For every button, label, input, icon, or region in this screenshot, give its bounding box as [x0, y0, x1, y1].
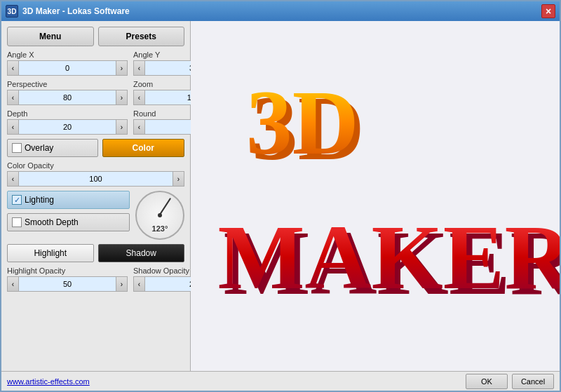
bottom-bar: www.artistic-effects.com OK Cancel	[1, 371, 560, 391]
color-opacity-decrement[interactable]: ‹	[8, 172, 19, 186]
svg-text:MAKER: MAKER	[217, 206, 560, 308]
overlay-color-row: Overlay Color	[7, 139, 184, 157]
perspective-decrement[interactable]: ‹	[8, 90, 19, 104]
depth-increment[interactable]: ›	[116, 120, 127, 134]
color-opacity-input[interactable]	[19, 172, 173, 186]
color-opacity-label: Color Opacity	[7, 161, 184, 170]
cancel-button[interactable]: Cancel	[512, 374, 554, 389]
highlight-opacity-spinner: ‹ ›	[7, 276, 128, 292]
angle-x-group: Angle X ‹ ›	[7, 50, 128, 76]
angle-row: Angle X ‹ › Angle Y ‹ ›	[7, 50, 184, 76]
depth-label: Depth	[7, 109, 128, 118]
overlay-toggle[interactable]: Overlay	[7, 139, 98, 157]
perspective-input[interactable]	[19, 90, 116, 104]
left-panel: Menu Presets Angle X ‹ › Angle Y ‹	[1, 21, 191, 371]
close-button[interactable]: ×	[541, 4, 555, 18]
window-title: 3D Maker - Lokas Software	[22, 6, 541, 16]
highlight-opacity-input[interactable]	[19, 277, 116, 291]
depth-spinner: ‹ ›	[7, 119, 128, 135]
angle-dial[interactable]: 123°	[135, 191, 184, 240]
perspective-zoom-row: Perspective ‹ › Zoom ‹ ›	[7, 80, 184, 105]
color-opacity-increment[interactable]: ›	[173, 172, 184, 186]
angle-x-increment[interactable]: ›	[116, 61, 127, 75]
perspective-spinner: ‹ ›	[7, 90, 128, 105]
lighting-row: ✓ Lighting Smooth Depth 123°	[7, 191, 184, 240]
color-opacity-group: Color Opacity ‹ ›	[7, 161, 184, 187]
bottom-buttons: OK Cancel	[466, 374, 554, 389]
highlight-opacity-increment[interactable]: ›	[116, 277, 127, 291]
perspective-increment[interactable]: ›	[116, 90, 127, 104]
overlay-checkbox	[12, 143, 22, 153]
lighting-checkbox: ✓	[12, 195, 22, 205]
menu-button[interactable]: Menu	[7, 27, 94, 46]
smooth-depth-toggle[interactable]: Smooth Depth	[7, 213, 130, 231]
lighting-left: ✓ Lighting Smooth Depth	[7, 191, 130, 231]
round-decrement[interactable]: ‹	[134, 120, 145, 134]
highlight-opacity-decrement[interactable]: ‹	[8, 277, 19, 291]
highlight-opacity-label: Highlight Opacity	[7, 266, 128, 275]
perspective-group: Perspective ‹ ›	[7, 80, 128, 105]
angle-x-decrement[interactable]: ‹	[8, 61, 19, 75]
angle-x-spinner: ‹ ›	[7, 60, 128, 76]
lighting-toggle[interactable]: ✓ Lighting	[7, 191, 130, 209]
angle-y-decrement[interactable]: ‹	[134, 61, 145, 75]
depth-group: Depth ‹ ›	[7, 109, 128, 135]
color-button[interactable]: Color	[102, 139, 185, 157]
color-opacity-spinner: ‹ ›	[7, 171, 184, 187]
highlight-button[interactable]: Highlight	[7, 244, 94, 262]
preview-svg: 3D 3D MAKER MAKER	[191, 21, 560, 371]
dial-center	[158, 213, 162, 217]
preview-panel: 3D 3D MAKER MAKER	[191, 21, 560, 371]
shadow-button[interactable]: Shadow	[98, 244, 185, 262]
highlight-shadow-row: Highlight Shadow	[7, 244, 184, 262]
smooth-depth-label: Smooth Depth	[25, 217, 79, 227]
smooth-depth-checkbox	[12, 217, 22, 227]
app-icon: 3D	[6, 5, 18, 18]
shadow-opacity-decrement[interactable]: ‹	[134, 277, 145, 291]
angle-x-input[interactable]	[19, 61, 116, 75]
preview-area: 3D 3D MAKER MAKER	[191, 21, 560, 371]
depth-round-row: Depth ‹ › Round ‹ ›	[7, 109, 184, 135]
depth-input[interactable]	[19, 120, 116, 134]
titlebar: 3D 3D Maker - Lokas Software ×	[1, 1, 560, 21]
dial-indicator	[159, 198, 171, 215]
lighting-label: Lighting	[25, 195, 54, 205]
main-content: Menu Presets Angle X ‹ › Angle Y ‹	[1, 21, 560, 371]
svg-text:3D: 3D	[246, 72, 359, 173]
hl-shadow-opacity-row: Highlight Opacity ‹ › Shadow Opacity ‹ ›	[7, 266, 184, 292]
ok-button[interactable]: OK	[466, 374, 508, 389]
main-window: 3D 3D Maker - Lokas Software × Menu Pres…	[0, 0, 561, 392]
depth-decrement[interactable]: ‹	[8, 120, 19, 134]
presets-button[interactable]: Presets	[98, 27, 185, 46]
website-link[interactable]: www.artistic-effects.com	[7, 377, 466, 386]
top-buttons: Menu Presets	[7, 27, 184, 46]
dial-angle-text: 123°	[152, 224, 168, 233]
angle-x-label: Angle X	[7, 50, 128, 59]
overlay-label: Overlay	[25, 143, 53, 153]
perspective-label: Perspective	[7, 80, 128, 88]
zoom-decrement[interactable]: ‹	[134, 90, 145, 104]
highlight-opacity-group: Highlight Opacity ‹ ›	[7, 266, 128, 292]
